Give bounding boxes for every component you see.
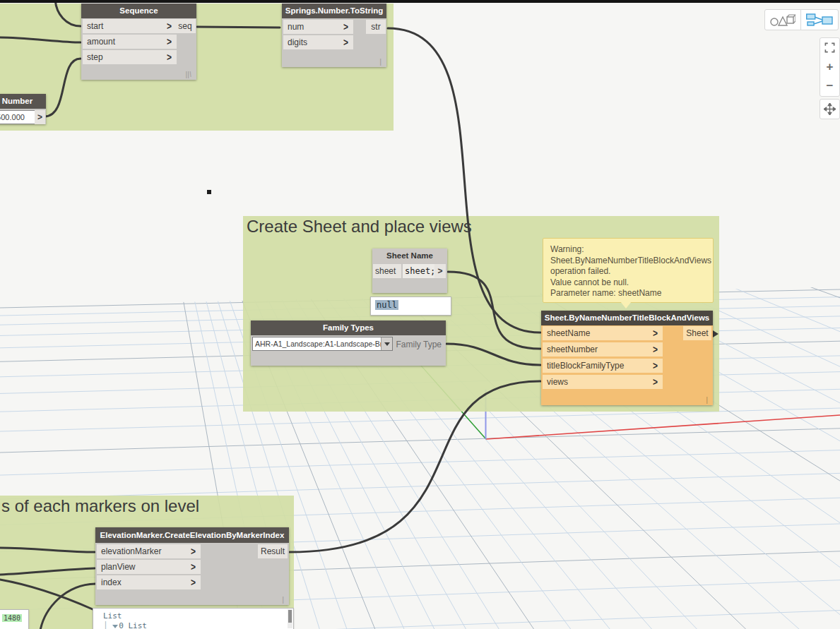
code-block-text[interactable]: sheet; [403, 264, 435, 278]
null-value: null [375, 300, 398, 310]
node-number[interactable]: Number 9500.000 > [0, 94, 46, 124]
zoom-controls[interactable]: + − [820, 37, 840, 97]
geometry-preview-button[interactable] [764, 9, 801, 30]
node-sheet-name[interactable]: Sheet Name sheet sheet; > [372, 248, 447, 293]
wire-seq-to-num[interactable] [197, 27, 280, 28]
port-seq-out[interactable]: seq [174, 19, 196, 33]
port-sheetname[interactable]: sheetName> [543, 326, 663, 340]
port-sheetname-out[interactable]: > [434, 264, 446, 278]
dynamo-canvas[interactable]: Create Sheet and place views s of each m… [0, 0, 840, 629]
geometry-shapes-icon [770, 13, 795, 26]
port-chevron-icon: > [343, 34, 348, 52]
port-step[interactable]: step> [83, 50, 177, 64]
node-family-types-header[interactable]: Family Types [251, 321, 446, 335]
number-preview-value: 1480 [2, 614, 22, 622]
port-str-out[interactable]: str [366, 20, 386, 34]
preview-bubble-list[interactable]: List │ 0 List [93, 608, 294, 629]
node-springs-tostring[interactable]: Springs.Number.ToString num> digits> str… [282, 4, 386, 67]
port-chevron-icon: > [191, 574, 196, 592]
wire-to-start[interactable] [55, 0, 81, 26]
window-top-edge [0, 0, 840, 3]
port-sheetnumber[interactable]: sheetNumber> [543, 342, 663, 357]
wire-number-to-step[interactable] [45, 59, 81, 116]
wire-result-to-views[interactable] [290, 381, 540, 552]
port-sheet-in[interactable]: sheet [373, 264, 401, 278]
node-number-header[interactable]: Number [0, 94, 46, 109]
port-planview[interactable]: planView> [97, 560, 201, 574]
port-views[interactable]: views> [543, 375, 663, 389]
port-digits[interactable]: digits> [283, 35, 353, 49]
port-sheet-out[interactable]: Sheet [683, 326, 711, 340]
lacing-indicator[interactable]: | [706, 395, 708, 404]
lacing-indicator[interactable]: ||\ [185, 70, 191, 78]
node-sheet-byname[interactable]: Sheet.ByNameNumberTitleBlockAndViews she… [541, 311, 713, 405]
list-root-label: List [103, 611, 122, 621]
zoom-in-button[interactable]: + [820, 57, 839, 76]
node-sheet-name-header[interactable]: Sheet Name [372, 248, 447, 263]
port-chevron-icon: > [653, 357, 658, 375]
fit-screen-icon [824, 42, 835, 53]
list-scrollbar[interactable] [288, 609, 292, 628]
wire-to-elevationmarker[interactable] [0, 548, 95, 552]
fit-to-screen-button[interactable] [820, 38, 839, 57]
graph-view-button[interactable] [800, 9, 839, 30]
zoom-out-button[interactable]: − [820, 77, 839, 96]
wire-to-planview[interactable] [0, 568, 95, 575]
list-expander-icon[interactable] [112, 625, 118, 628]
preview-bubble-null[interactable]: null [370, 296, 451, 316]
preview-bubble-number[interactable]: 1480 [0, 609, 29, 629]
node-elevation-marker[interactable]: ElevationMarker.CreateElevationByMarkerI… [95, 527, 289, 605]
node-springs-header[interactable]: Springs.Number.ToString [282, 4, 386, 18]
warning-tooltip-tail [620, 301, 632, 308]
port-titleblockfamilytype[interactable]: titleBlockFamilyType> [543, 359, 663, 373]
port-number-out[interactable]: > [35, 110, 45, 124]
wire-descending-offscreen[interactable] [0, 580, 93, 609]
port-start[interactable]: start> [83, 19, 177, 33]
node-family-types[interactable]: Family Types AHR-A1_Landscape:A1-Landsca… [251, 321, 446, 366]
wire-sheetnamecode-to-sheetnumber[interactable] [448, 272, 540, 349]
port-index[interactable]: index> [97, 575, 201, 589]
dropdown-arrow-icon[interactable] [381, 337, 392, 350]
port-chevron-icon: > [167, 49, 172, 66]
number-value-input[interactable]: 9500.000 [0, 110, 36, 124]
node-sequence-header[interactable]: Sequence [81, 4, 196, 18]
port-elevationmarker[interactable]: elevationMarker> [97, 544, 201, 558]
lacing-indicator[interactable]: | [282, 595, 284, 604]
pan-button[interactable] [820, 99, 840, 119]
node-elevation-header[interactable]: ElevationMarker.CreateElevationByMarkerI… [95, 527, 289, 543]
wire-to-amount[interactable] [0, 37, 81, 42]
family-types-dropdown[interactable]: AHR-A1_Landscape:A1-Landscape-Bristol [252, 337, 393, 351]
port-chevron-icon: > [653, 325, 658, 342]
list-item-row[interactable]: │ 0 List [103, 621, 147, 629]
warning-tooltip: Warning: Sheet.ByNameNumberTitleBlockAnd… [543, 238, 714, 303]
port-result-out[interactable]: Result [258, 544, 288, 558]
port-chevron-icon: > [653, 373, 658, 391]
node-sequence[interactable]: Sequence start> amount> step> seq ||\ [81, 4, 196, 80]
port-familytype-out[interactable]: Family Type [396, 340, 442, 349]
port-num[interactable]: num> [283, 20, 353, 34]
port-amount[interactable]: amount> [83, 35, 177, 49]
node-sheet-byname-header[interactable]: Sheet.ByNameNumberTitleBlockAndViews [541, 311, 713, 325]
sheet-output-port-nub[interactable] [713, 330, 718, 337]
list-scrollbar-thumb[interactable] [288, 610, 292, 623]
port-chevron-icon: > [653, 341, 658, 359]
lacing-indicator[interactable]: | [379, 57, 381, 66]
node-graph-icon [806, 13, 833, 27]
pan-icon [824, 103, 836, 115]
